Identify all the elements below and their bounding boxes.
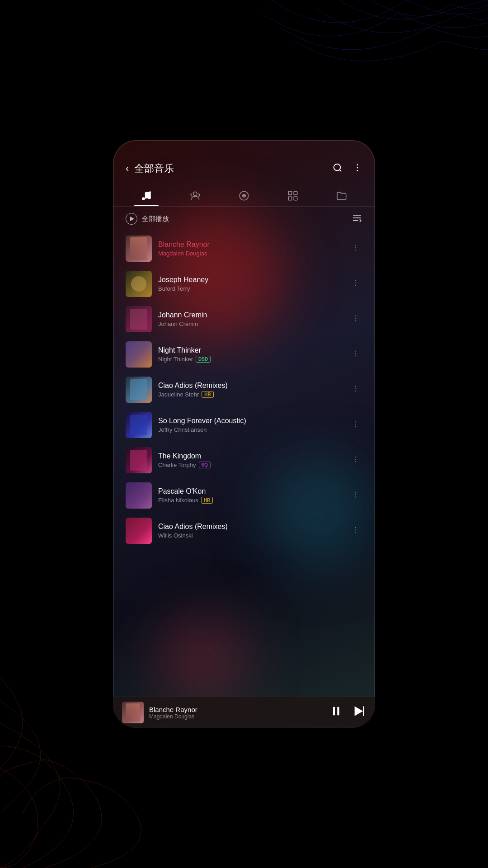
song-art <box>126 518 152 544</box>
svg-rect-46 <box>337 707 339 715</box>
song-title: Joseph Heaney <box>158 276 343 284</box>
pause-button[interactable] <box>330 705 343 721</box>
tab-artists[interactable] <box>171 186 220 206</box>
song-item[interactable]: Joseph Heaney Buford Terry <box>113 266 375 302</box>
svg-point-27 <box>355 350 356 351</box>
svg-point-38 <box>355 461 356 462</box>
svg-point-25 <box>355 317 356 318</box>
song-list: Blanche Raynor Magdalen Douglas Joseph H… <box>113 231 375 692</box>
art-decoration <box>126 341 152 368</box>
tab-songs[interactable] <box>122 186 171 206</box>
play-circle-icon <box>126 213 137 225</box>
svg-point-22 <box>355 282 356 283</box>
svg-point-32 <box>355 391 356 392</box>
quality-badge: HR <box>201 497 213 504</box>
song-item[interactable]: Pascale O'Kon Elisha Nikolaus HR <box>113 478 375 513</box>
song-more-button[interactable] <box>349 417 362 433</box>
svg-rect-48 <box>363 706 364 716</box>
svg-point-44 <box>355 532 356 533</box>
song-artist-row: Night Thinker DSD <box>158 356 343 363</box>
song-info: Blanche Raynor Magdalen Douglas <box>158 241 343 257</box>
svg-point-43 <box>355 529 356 530</box>
svg-point-33 <box>355 421 356 422</box>
art-decoration <box>126 236 152 262</box>
play-all-button[interactable]: 全部播放 <box>126 213 169 225</box>
svg-point-42 <box>355 527 356 528</box>
song-info: Joseph Heaney Buford Terry <box>158 276 343 292</box>
song-artist-row: Buford Terry <box>158 285 343 292</box>
song-artist: Willis Osinski <box>158 532 193 539</box>
song-item[interactable]: Night Thinker Night Thinker DSD <box>113 337 375 372</box>
svg-point-6 <box>148 196 151 199</box>
tab-playlists[interactable] <box>268 186 317 206</box>
song-item[interactable]: The Kingdom Charlie Torphy SQ <box>113 443 375 478</box>
song-more-button[interactable] <box>349 382 362 398</box>
back-button[interactable]: ‹ <box>126 163 129 175</box>
now-playing-title: Blanche Raynor <box>149 706 330 713</box>
svg-point-7 <box>193 192 197 196</box>
more-menu-icon[interactable] <box>352 163 362 175</box>
nav-tabs <box>113 183 375 207</box>
play-triangle-icon <box>130 217 134 221</box>
svg-rect-45 <box>333 707 335 715</box>
song-item[interactable]: Johann Cremin Johann Cremin <box>113 302 375 337</box>
svg-point-29 <box>355 355 356 356</box>
song-more-button[interactable] <box>349 488 362 504</box>
art-decoration <box>126 482 152 509</box>
song-artist: Jeffry Christiansen <box>158 426 206 433</box>
song-artist: Jaqueline Stehr <box>158 391 199 398</box>
song-art <box>126 482 152 509</box>
now-playing-artist: Magdalen Douglas <box>149 713 330 720</box>
song-artist: Charlie Torphy <box>158 462 196 468</box>
song-info: Night Thinker Night Thinker DSD <box>158 346 343 363</box>
svg-point-5 <box>142 197 145 200</box>
song-item[interactable]: Blanche Raynor Magdalen Douglas <box>113 231 375 266</box>
svg-point-36 <box>355 456 356 457</box>
song-artist: Night Thinker <box>158 356 193 363</box>
svg-point-4 <box>357 170 358 171</box>
page-title: 全部音乐 <box>134 162 333 175</box>
svg-point-37 <box>355 458 356 459</box>
now-playing-bar[interactable]: Blanche Raynor Magdalen Douglas <box>113 697 375 728</box>
search-icon[interactable] <box>333 163 343 175</box>
art-decoration <box>126 271 152 297</box>
song-info: So Long Forever (Acoustic) Jeffry Christ… <box>158 417 343 433</box>
tab-folders[interactable] <box>317 186 366 206</box>
song-more-button[interactable] <box>349 241 362 257</box>
song-art <box>126 271 152 297</box>
song-more-button[interactable] <box>349 523 362 539</box>
song-item[interactable]: So Long Forever (Acoustic) Jeffry Christ… <box>113 407 375 443</box>
song-artist-row: Charlie Torphy SQ <box>158 462 343 468</box>
svg-point-30 <box>355 386 356 387</box>
svg-rect-11 <box>288 191 292 195</box>
svg-point-40 <box>355 494 356 495</box>
song-title: The Kingdom <box>158 452 343 460</box>
svg-point-41 <box>355 496 356 497</box>
svg-point-21 <box>355 280 356 281</box>
song-art <box>126 341 152 368</box>
song-more-button[interactable] <box>349 311 362 327</box>
svg-point-19 <box>355 247 356 248</box>
svg-rect-14 <box>294 197 297 200</box>
song-more-button[interactable] <box>349 276 362 292</box>
art-decoration <box>126 518 152 544</box>
now-playing-info: Blanche Raynor Magdalen Douglas <box>149 706 330 720</box>
svg-point-39 <box>355 491 356 492</box>
song-more-button[interactable] <box>349 453 362 468</box>
song-art <box>126 377 152 403</box>
sort-button[interactable] <box>352 213 362 225</box>
song-info: The Kingdom Charlie Torphy SQ <box>158 452 343 468</box>
tab-albums[interactable] <box>220 186 268 206</box>
svg-point-20 <box>355 250 356 250</box>
song-info: Ciao Adios (Remixes) Jaqueline Stehr HR <box>158 382 343 398</box>
song-more-button[interactable] <box>349 347 362 363</box>
next-button[interactable] <box>352 704 366 722</box>
song-item[interactable]: Ciao Adios (Remixes) Jaqueline Stehr HR <box>113 372 375 407</box>
quality-badge: DSD <box>196 356 211 363</box>
playback-controls <box>330 704 366 722</box>
song-item[interactable]: Ciao Adios (Remixes) Willis Osinski <box>113 513 375 548</box>
song-art <box>126 412 152 438</box>
song-title: Blanche Raynor <box>158 241 343 249</box>
play-all-label: 全部播放 <box>142 215 169 223</box>
song-artist: Buford Terry <box>158 285 190 292</box>
